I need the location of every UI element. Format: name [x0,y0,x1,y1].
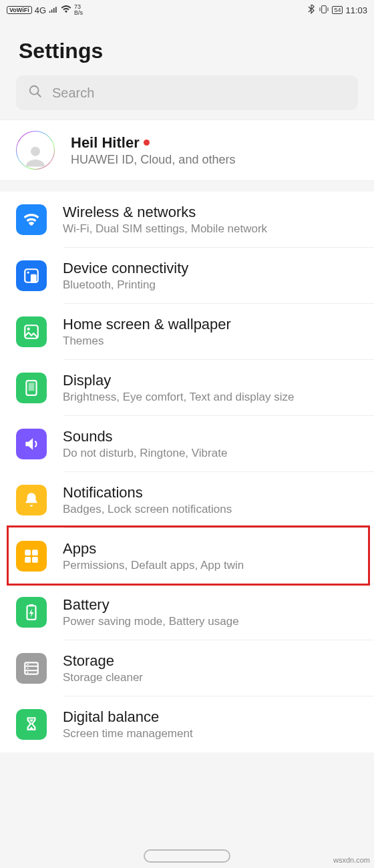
item-subtitle: Do not disturb, Ringtone, Vibrate [63,447,227,460]
bell-icon [16,485,47,515]
item-title: Battery [63,596,239,614]
apps-icon [16,541,47,572]
settings-item-sounds[interactable]: SoundsDo not disturb, Ringtone, Vibrate [0,416,374,472]
hourglass-icon [16,709,47,740]
display-icon [16,373,47,403]
battery-indicator: 54 [332,6,343,14]
item-subtitle: Permissions, Default apps, App twin [63,559,244,572]
item-text: SoundsDo not disturb, Ringtone, Vibrate [63,428,227,460]
status-bar: VoWiFi 4G 73 B/s 54 11:03 [0,0,374,20]
item-subtitle: Screen time management [63,727,193,740]
item-title: Sounds [63,428,227,445]
item-text: BatteryPower saving mode, Battery usage [63,596,239,628]
item-title: Notifications [63,484,232,501]
item-title: Home screen & wallpaper [63,316,231,333]
storage-icon [16,653,47,684]
account-text: Heil Hitler HUAWEI ID, Cloud, and others [71,134,235,167]
item-title: Wireless & networks [63,204,267,221]
item-text: Device connectivityBluetooth, Printing [63,260,188,292]
page-header: Settings [0,20,374,75]
bluetooth-icon [307,5,316,16]
wallpaper-icon [16,316,47,347]
search-input[interactable]: Search [16,75,358,110]
settings-item-notifications[interactable]: NotificationsBadges, Lock screen notific… [0,472,374,528]
account-row[interactable]: Heil Hitler HUAWEI ID, Cloud, and others [0,120,374,181]
clock: 11:03 [345,5,367,15]
network-type: 4G [35,5,46,15]
account-name: Heil Hitler [71,134,140,152]
watermark: wsxdn.com [333,856,370,864]
account-name-row: Heil Hitler [71,134,235,152]
item-title: Display [63,372,294,389]
devices-icon [16,260,47,291]
wifi-icon [16,204,47,235]
item-title: Digital balance [63,708,193,726]
item-title: Storage [63,652,143,670]
search-placeholder: Search [52,85,94,101]
settings-item-wireless-networks[interactable]: Wireless & networksWi-Fi, Dual SIM setti… [0,192,374,248]
item-text: Digital balanceScreen time management [63,708,193,740]
vowifi-badge: VoWiFi [7,6,32,14]
battery-icon [16,597,47,628]
item-title: Apps [63,540,244,558]
item-subtitle: Bluetooth, Printing [63,278,188,292]
settings-item-home-screen-wallpaper[interactable]: Home screen & wallpaperThemes [0,304,374,360]
vibrate-icon [319,4,329,17]
signal-icon [49,5,58,15]
page-title: Settings [19,39,355,63]
item-text: DisplayBrightness, Eye comfort, Text and… [63,372,294,404]
wifi-status-icon [61,4,71,17]
settings-item-apps[interactable]: AppsPermissions, Default apps, App twin [0,528,374,584]
item-text: NotificationsBadges, Lock screen notific… [63,484,232,516]
settings-item-digital-balance[interactable]: Digital balanceScreen time management [0,696,374,752]
settings-item-battery[interactable]: BatteryPower saving mode, Battery usage [0,584,374,640]
settings-item-device-connectivity[interactable]: Device connectivityBluetooth, Printing [0,248,374,304]
item-text: StorageStorage cleaner [63,652,143,684]
item-text: Home screen & wallpaperThemes [63,316,231,348]
svg-point-2 [31,147,40,156]
avatar [16,131,55,170]
sound-icon [16,429,47,459]
nav-pill[interactable] [144,849,230,863]
settings-item-storage[interactable]: StorageStorage cleaner [0,640,374,696]
item-subtitle: Brightness, Eye comfort, Text and displa… [63,391,294,404]
item-title: Device connectivity [63,260,188,277]
item-subtitle: Badges, Lock screen notifications [63,503,232,516]
settings-item-display[interactable]: DisplayBrightness, Eye comfort, Text and… [0,360,374,416]
account-desc: HUAWEI ID, Cloud, and others [71,153,235,167]
notification-dot-icon [144,140,150,146]
search-icon [28,84,43,101]
item-subtitle: Themes [63,335,231,348]
svg-rect-0 [322,5,327,13]
data-speed: 73 B/s [74,4,83,16]
item-subtitle: Wi-Fi, Dual SIM settings, Mobile network [63,222,267,236]
status-right: 54 11:03 [307,4,367,17]
item-subtitle: Storage cleaner [63,671,143,684]
settings-list: Wireless & networksWi-Fi, Dual SIM setti… [0,192,374,752]
status-left: VoWiFi 4G 73 B/s [7,4,83,17]
item-subtitle: Power saving mode, Battery usage [63,615,239,628]
svg-point-1 [30,86,39,95]
item-text: Wireless & networksWi-Fi, Dual SIM setti… [63,204,267,236]
item-text: AppsPermissions, Default apps, App twin [63,540,244,572]
